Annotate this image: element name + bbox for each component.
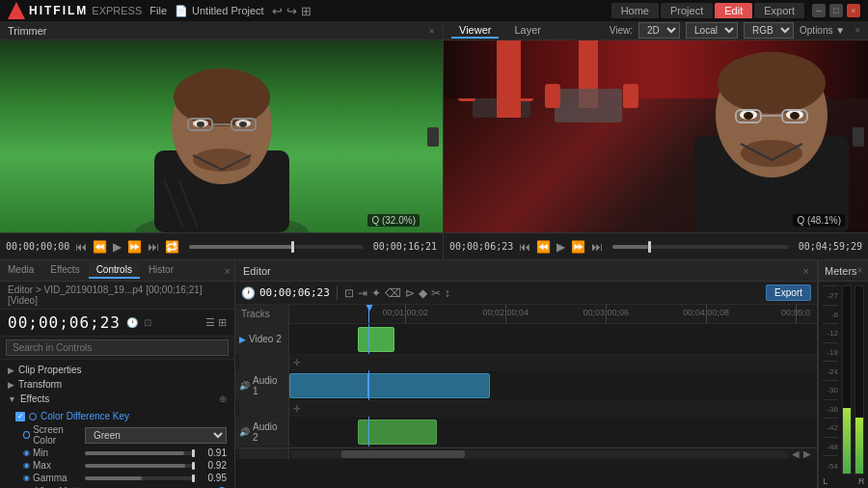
editor-ripple-btn[interactable]: ⇥ [358,286,367,300]
undo-btn[interactable]: ↩ [272,4,283,18]
title-bar: HITFILM EXPRESS File 📄 Untitled Project … [0,0,868,21]
clip-props-header[interactable]: ▶ Clip Properties [8,363,227,377]
trimmer-to-start-btn[interactable]: ⏮ [75,240,87,254]
hitfilm-logo-icon [8,2,25,19]
svg-point-7 [239,122,247,127]
svg-point-16 [718,52,826,114]
effect-checkbox[interactable]: ✓ [15,412,25,421]
panel-close-icon[interactable]: × [221,265,234,277]
tab-media[interactable]: Media [0,262,41,279]
track-audio1-content[interactable] [289,370,817,400]
trimmer-loop-btn[interactable]: 🔁 [165,240,179,254]
track-video2-content[interactable] [289,324,817,354]
editor-in-btn[interactable]: ⌫ [385,286,401,300]
viewer-scroll-v[interactable] [853,127,864,147]
playhead[interactable] [368,305,369,323]
effect-color-diff-key: ✓ Color Difference Key [0,409,234,423]
track-audio2-name: Audio 2 [253,421,285,443]
grid-btn[interactable]: ⊞ [301,4,312,18]
max-value: 0.92 [198,460,227,471]
min-value: 0.91 [198,447,227,458]
bottom-section: Media Effects Controls Histor × Editor >… [0,260,868,488]
meters-close-icon[interactable]: × [857,265,863,276]
view-mode-select[interactable]: 2D3D [638,22,680,39]
viewer-to-start-btn[interactable]: ⏮ [519,240,530,254]
meters-header: Meters × [819,260,868,282]
h-scrollbar-thumb[interactable] [341,450,466,458]
menu-file[interactable]: File [149,5,167,16]
close-btn[interactable]: × [847,4,860,17]
trimmer-close-icon[interactable]: × [429,25,435,37]
view-color-select[interactable]: RGB [744,22,794,39]
editor-out-btn[interactable]: ⊳ [405,286,415,300]
effect-name-label[interactable]: Color Difference Key [41,411,129,421]
playhead-arrow [366,305,373,312]
audio2-clip[interactable] [358,420,437,445]
meter-label-18: -18 [823,342,838,362]
track-crosshair-icon: ✛ [293,358,301,367]
tab-export[interactable]: Export [754,3,804,18]
scroll-left-btn[interactable]: ◀ [790,448,801,459]
viewer-next-frame-btn[interactable]: ⏩ [571,240,585,254]
tab-edit[interactable]: Edit [715,3,752,18]
timeline-ruler[interactable]: 00;01;00;02 00;02;00;04 00;03;00;06 00;0… [289,305,817,323]
editor-magnet-btn[interactable]: ✦ [371,286,381,300]
editor-snap-btn[interactable]: ⊡ [344,286,354,300]
track-video-icon: ▶ [239,335,246,344]
view-space-select[interactable]: Local [686,22,738,39]
tab-home[interactable]: Home [611,3,659,18]
export-button[interactable]: Export [766,285,811,301]
screen-color-select[interactable]: GreenBlue [85,427,227,444]
trimmer-to-end-btn[interactable]: ⏭ [148,240,159,254]
editor-timecode[interactable]: 00;00;06;23 [259,286,330,299]
scroll-right-btn[interactable]: ▶ [801,448,813,459]
timeline-scrollbar[interactable]: ◀ ▶ [235,447,817,459]
logo: HITFILM EXPRESS [8,2,142,19]
viewer-tab-layer[interactable]: Layer [506,23,549,39]
tab-history[interactable]: Histor [141,262,181,279]
trimmer-scroll-v[interactable] [427,127,439,147]
effects-header[interactable]: ▼ Effects ⊕ [8,392,227,406]
redo-btn[interactable]: ↪ [286,4,297,18]
options-btn[interactable]: Options ▼ [800,25,845,36]
gamma-prop-row: ◉ Gamma 0.95 [0,472,234,484]
transform-header[interactable]: ▶ Transform [8,377,227,392]
minimize-btn[interactable]: – [812,4,826,17]
video2-clip[interactable] [358,327,394,352]
audio1-clip[interactable] [289,373,490,398]
trimmer-play-btn[interactable]: ▶ [113,240,122,254]
track-controls-row2: ✛ [235,401,817,417]
grid-view-btn[interactable]: ⊞ [218,316,227,329]
viewer-play-btn[interactable]: ▶ [556,240,565,254]
track-audio2-content[interactable] [289,417,817,447]
tab-project[interactable]: Project [661,3,713,18]
viewer-to-end-btn[interactable]: ⏭ [591,240,603,254]
viewer-close-icon[interactable]: × [854,25,860,36]
maximize-btn[interactable]: □ [829,4,843,17]
trimmer-progress-bar[interactable] [189,245,364,249]
min-bar[interactable] [85,451,194,455]
meter-labels: -27 -6 -12 -18 -24 -30 -36 -42 -48 -54 [823,285,840,474]
timecode-display-row: 00;00;06;23 🕐 ⊡ ☰ ⊞ [0,310,234,337]
editor-mark-btn[interactable]: ◆ [419,286,427,300]
h-scrollbar[interactable] [291,450,788,458]
tab-effects[interactable]: Effects [42,262,87,279]
gamma-bar[interactable] [85,476,194,480]
meter-bar-L [842,285,852,474]
viewer-prev-frame-btn[interactable]: ⏪ [536,240,551,254]
trimmer-next-frame-btn[interactable]: ⏩ [127,240,142,254]
viewer-tab-viewer[interactable]: Viewer [451,23,499,39]
editor-arrow-btn[interactable]: ↕ [445,286,450,300]
tab-controls[interactable]: Controls [89,262,140,279]
search-controls-input[interactable] [6,339,229,356]
viewer-timecode-start: 00;00;06;23 [449,241,513,252]
trimmer-prev-frame-btn[interactable]: ⏪ [93,240,107,254]
list-view-btn[interactable]: ☰ [205,316,215,329]
editor-header: Editor × [235,260,817,282]
max-bar[interactable] [85,464,194,468]
add-effect-icon[interactable]: ⊕ [219,393,227,404]
scroll-spacer [239,448,289,459]
editor-split-btn[interactable]: ✂ [431,286,441,300]
editor-close-icon[interactable]: × [803,265,809,277]
viewer-progress-bar[interactable] [612,245,789,249]
